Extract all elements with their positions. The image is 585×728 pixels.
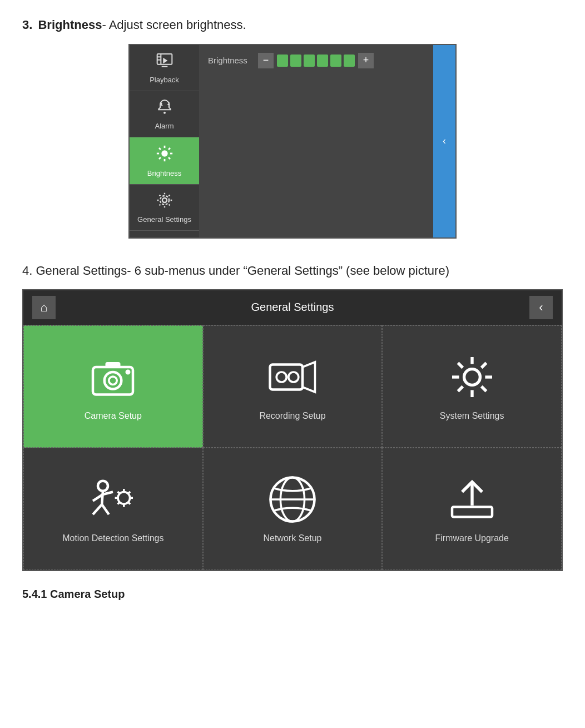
brightness-row: Brightness − +	[199, 45, 455, 76]
sidebar-playback-label: Playback	[150, 76, 179, 84]
svg-line-43	[128, 502, 131, 504]
brightness-bars	[277, 55, 355, 67]
svg-line-42	[118, 492, 120, 494]
gs-header: ⌂ General Settings ‹	[23, 290, 562, 325]
sidebar-general-label: General Settings	[137, 215, 191, 224]
network-setup-label: Network Setup	[264, 533, 322, 543]
firmware-upgrade-icon	[447, 474, 497, 524]
firmware-upgrade-label: Firmware Upgrade	[435, 533, 508, 543]
gs-grid: Camera Setup Recording Setup	[23, 325, 562, 570]
gs-cell-network-setup[interactable]: Network Setup	[203, 448, 383, 570]
svg-line-33	[93, 504, 102, 514]
brightness-minus-button[interactable]: −	[258, 53, 274, 68]
svg-marker-29	[303, 362, 315, 392]
gs-title: General Settings	[56, 301, 529, 314]
section4-bold: General Settings	[36, 264, 127, 278]
gs-cell-motion-detection[interactable]: Motion Detection Settings	[23, 448, 203, 570]
svg-rect-49	[452, 507, 492, 517]
section3-desc: - Adjust screen brightness.	[102, 18, 246, 32]
gs-cell-camera-setup[interactable]: Camera Setup	[23, 325, 203, 448]
svg-line-45	[118, 502, 120, 504]
gs-cell-system-settings[interactable]: System Settings	[382, 325, 562, 448]
sidebar-alarm-label: Alarm	[155, 122, 174, 130]
blue-side-bar: ‹	[433, 45, 455, 237]
chevron-icon: ‹	[443, 135, 446, 147]
gs-home-button[interactable]: ⌂	[32, 296, 56, 319]
gs-cell-recording-setup[interactable]: Recording Setup	[203, 325, 383, 448]
section3-header: 3. Brightness- Adjust screen brightness.	[22, 17, 563, 34]
bar-5	[330, 55, 341, 67]
svg-line-32	[102, 491, 103, 504]
network-setup-icon	[267, 474, 318, 524]
section4-header: 4. General Settings- 6 sub-menus under “…	[22, 261, 563, 280]
svg-point-27	[276, 372, 286, 382]
motion-detection-icon	[88, 474, 138, 524]
brightness-control-label: Brightness	[208, 56, 258, 65]
sidebar-item-playback[interactable]: Playback	[130, 45, 199, 91]
playback-icon	[156, 52, 173, 73]
svg-line-16	[168, 157, 170, 159]
svg-point-25	[126, 369, 131, 374]
bar-3	[304, 55, 315, 67]
svg-line-34	[102, 504, 110, 514]
svg-point-22	[105, 372, 122, 389]
home-icon: ⌂	[40, 300, 47, 315]
alarm-icon	[156, 98, 173, 120]
general-settings-panel: ⌂ General Settings ‹ Camera Setup	[22, 289, 563, 571]
svg-point-20	[160, 196, 169, 205]
sidebar-brightness-label: Brightness	[147, 169, 181, 177]
svg-point-28	[289, 372, 299, 382]
svg-line-17	[168, 148, 170, 150]
svg-line-44	[128, 492, 131, 494]
svg-point-6	[163, 111, 166, 113]
general-settings-icon	[156, 191, 173, 213]
recording-setup-icon	[267, 352, 318, 402]
brightness-icon	[155, 144, 174, 167]
camera-setup-icon	[88, 352, 138, 402]
system-settings-icon	[447, 352, 497, 402]
svg-line-15	[158, 148, 160, 150]
svg-point-30	[464, 369, 480, 385]
section4-number: 4.	[22, 264, 32, 278]
bar-1	[277, 55, 288, 67]
section3-bold: Brightness	[38, 18, 102, 32]
svg-rect-24	[106, 362, 121, 368]
svg-point-23	[109, 377, 117, 384]
camera-setup-label: Camera Setup	[85, 411, 142, 421]
gs-back-button[interactable]: ‹	[529, 296, 553, 319]
motion-detection-label: Motion Detection Settings	[62, 533, 163, 543]
sidebar-item-alarm[interactable]: Alarm	[130, 91, 199, 137]
bar-4	[317, 55, 328, 67]
brightness-plus-button[interactable]: +	[358, 53, 374, 68]
bar-2	[290, 55, 301, 67]
back-icon: ‹	[539, 300, 543, 315]
device-mockup: Playback Alarm	[128, 44, 457, 239]
svg-point-19	[162, 198, 167, 202]
sidebar-item-brightness[interactable]: Brightness	[130, 137, 199, 185]
svg-line-36	[103, 492, 113, 494]
svg-point-31	[98, 481, 108, 491]
section4-desc: - 6 sub-menus under “General Settings” (…	[127, 264, 449, 278]
bar-6	[344, 55, 355, 67]
system-settings-label: System Settings	[440, 411, 504, 421]
gs-cell-firmware-upgrade[interactable]: Firmware Upgrade	[382, 448, 562, 570]
svg-point-10	[161, 150, 167, 156]
main-area: Brightness − + ‹	[199, 45, 455, 237]
svg-line-18	[158, 157, 160, 159]
svg-marker-4	[163, 57, 167, 63]
section3-number: 3.	[22, 18, 32, 32]
recording-setup-label: Recording Setup	[259, 411, 325, 421]
sidebar: Playback Alarm	[130, 45, 199, 237]
section541-header: 5.4.1 Camera Setup	[22, 588, 563, 601]
sidebar-item-general[interactable]: General Settings	[130, 185, 199, 231]
